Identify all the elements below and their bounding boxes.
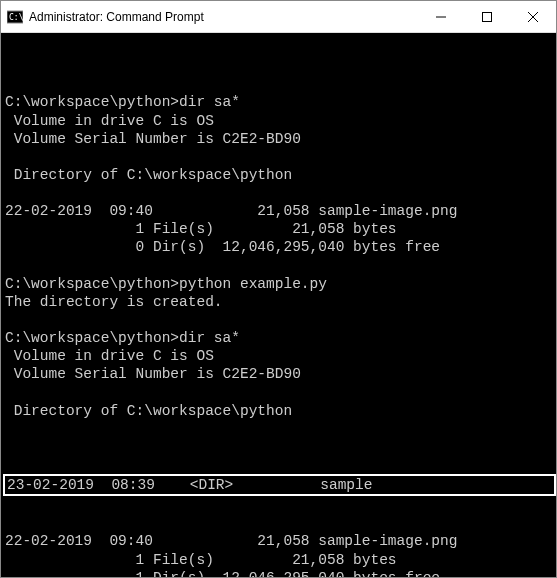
highlighted-dir-entry: 23-02-2019 08:39 <DIR> sample [3, 474, 556, 496]
terminal-line: 22-02-2019 09:40 21,058 sample-image.png [5, 532, 556, 550]
terminal-line: Directory of C:\workspace\python [5, 166, 556, 184]
terminal-line: Volume in drive C is OS [5, 112, 556, 130]
terminal-line: C:\workspace\python>dir sa* [5, 93, 556, 111]
maximize-button[interactable] [464, 1, 510, 32]
terminal-line [5, 383, 556, 401]
minimize-button[interactable] [418, 1, 464, 32]
terminal-line [5, 257, 556, 275]
terminal-line: C:\workspace\python>python example.py [5, 275, 556, 293]
terminal-line [5, 420, 556, 438]
close-button[interactable] [510, 1, 556, 32]
cmd-icon: C:\ [7, 9, 23, 25]
terminal-line: Volume in drive C is OS [5, 347, 556, 365]
terminal-line: C:\workspace\python>dir sa* [5, 329, 556, 347]
terminal-line [5, 148, 556, 166]
terminal-line [5, 311, 556, 329]
terminal-line: Volume Serial Number is C2E2-BD90 [5, 130, 556, 148]
titlebar: C:\ Administrator: Command Prompt [1, 1, 556, 33]
svg-text:C:\: C:\ [9, 13, 23, 22]
terminal-output[interactable]: C:\workspace\python>dir sa* Volume in dr… [1, 33, 556, 577]
terminal-line [5, 75, 556, 93]
terminal-line: Volume Serial Number is C2E2-BD90 [5, 365, 556, 383]
terminal-line: The directory is created. [5, 293, 556, 311]
terminal-line: 22-02-2019 09:40 21,058 sample-image.png [5, 202, 556, 220]
window-controls [418, 1, 556, 32]
window-title: Administrator: Command Prompt [29, 10, 418, 24]
terminal-line [5, 184, 556, 202]
terminal-line: 0 Dir(s) 12,046,295,040 bytes free [5, 238, 556, 256]
terminal-line: 1 File(s) 21,058 bytes [5, 551, 556, 569]
svg-rect-3 [483, 12, 492, 21]
command-prompt-window: C:\ Administrator: Command Prompt C:\wor… [0, 0, 557, 578]
terminal-line: 1 Dir(s) 12,046,295,040 bytes free [5, 569, 556, 577]
terminal-line: Directory of C:\workspace\python [5, 402, 556, 420]
terminal-line: 1 File(s) 21,058 bytes [5, 220, 556, 238]
